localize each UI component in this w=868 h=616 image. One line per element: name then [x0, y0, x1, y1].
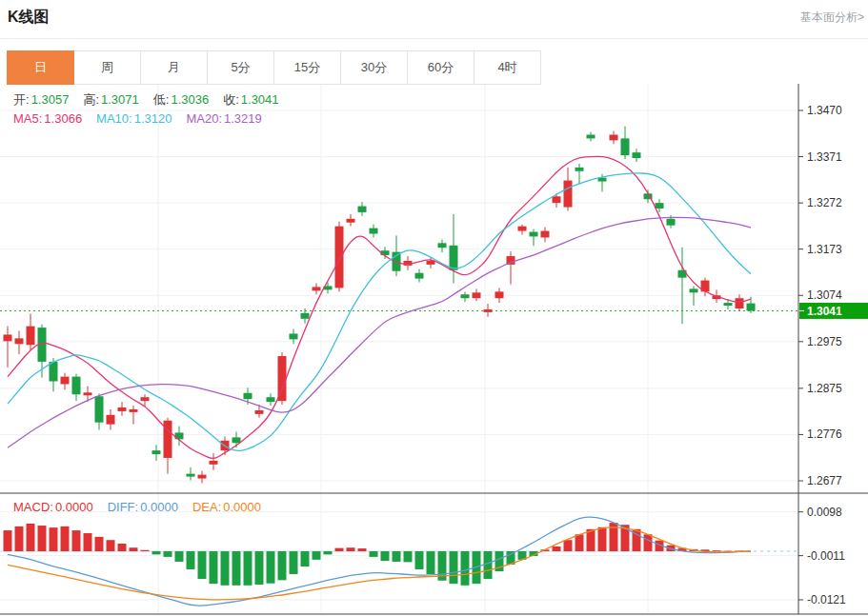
macd-tick-label: -0.0121: [807, 593, 846, 606]
candle: [152, 450, 161, 454]
legend-item: MA20:1.3219: [186, 111, 261, 126]
macd-bar: [72, 530, 81, 551]
tab-interval-周[interactable]: 周: [73, 50, 141, 85]
candle: [347, 219, 355, 223]
legend-item: 开:1.3057: [13, 92, 69, 107]
current-price-label: 1.3041: [807, 305, 842, 318]
macd-legend: MACD:0.0000DIFF:0.0000DEA:0.0000: [13, 500, 275, 514]
candle: [50, 362, 58, 382]
candle: [244, 393, 252, 399]
candle: [118, 407, 127, 411]
candle: [267, 397, 275, 402]
price-tick-label: 1.2677: [807, 474, 842, 487]
macd-bar: [324, 551, 333, 554]
candle: [15, 338, 24, 344]
legend-item: DIFF:0.0000: [108, 500, 178, 514]
legend-item: MACD:0.0000: [13, 500, 93, 514]
candle: [427, 261, 435, 265]
macd-bar: [95, 537, 104, 551]
candle: [530, 232, 538, 237]
macd-bar: [175, 551, 184, 562]
macd-bar: [267, 551, 275, 584]
candle: [575, 168, 584, 171]
macd-bar: [713, 550, 721, 551]
price-tick-label: 1.3074: [807, 288, 842, 302]
tab-interval-60分[interactable]: 60分: [407, 50, 474, 85]
ma-legend: MA5:1.3066MA10:1.3120MA20:1.3219: [13, 111, 276, 126]
macd-bar: [278, 551, 287, 580]
macd-bar: [575, 534, 584, 551]
macd-bar: [107, 540, 115, 551]
candle: [724, 303, 733, 306]
macd-bar: [313, 551, 321, 560]
legend-item: 高:1.3071: [83, 92, 138, 107]
macd-bar: [50, 527, 58, 551]
candle: [415, 273, 424, 279]
legend-item: DEA:0.0000: [192, 500, 261, 514]
tab-interval-月[interactable]: 月: [140, 50, 208, 85]
macd-bar: [198, 551, 207, 579]
macd-bar: [644, 534, 653, 551]
price-tick-label: 1.3470: [807, 104, 842, 117]
macd-bar: [130, 547, 138, 551]
macd-bar: [210, 551, 218, 584]
macd-tick-label: -0.0011: [807, 549, 845, 563]
macd-bar: [427, 551, 435, 574]
legend-item: MA10:1.3120: [96, 111, 172, 126]
candle: [518, 227, 527, 231]
candle: [587, 135, 595, 139]
macd-bar: [461, 551, 470, 586]
macd-bar: [598, 527, 607, 551]
macd-bar: [290, 551, 298, 574]
candle: [278, 356, 287, 401]
macd-bar: [370, 551, 378, 557]
macd-bar: [404, 551, 413, 562]
legend-item: MA5:1.3066: [13, 111, 82, 126]
candle: [553, 196, 561, 203]
candle: [255, 410, 264, 414]
candle: [358, 207, 367, 212]
candle: [232, 437, 241, 443]
candle: [667, 219, 676, 226]
price-tick-label: 1.3371: [807, 150, 842, 164]
candle: [656, 203, 664, 209]
macd-bar: [15, 527, 24, 551]
candle: [107, 415, 115, 425]
price-tick-label: 1.3173: [807, 243, 842, 256]
tab-interval-5分[interactable]: 5分: [207, 50, 274, 85]
macd-bar: [358, 548, 367, 551]
tab-interval-15分[interactable]: 15分: [273, 50, 341, 85]
candle: [335, 227, 344, 288]
candle: [95, 396, 104, 422]
tab-interval-日[interactable]: 日: [7, 50, 74, 85]
tab-interval-30分[interactable]: 30分: [340, 50, 408, 85]
tab-interval-4时[interactable]: 4时: [474, 50, 541, 85]
ma20-line: [8, 217, 751, 447]
candle: [690, 288, 698, 292]
price-tick-label: 1.2875: [807, 382, 842, 395]
candle: [313, 287, 321, 290]
macd-bar: [244, 551, 252, 586]
macd-bar: [27, 524, 35, 551]
candle: [610, 135, 618, 141]
candle: [175, 432, 184, 439]
candle: [736, 298, 744, 308]
macd-bar: [347, 547, 355, 551]
ma5-line: [8, 156, 751, 458]
macd-tick-label: 0.0098: [807, 506, 842, 519]
price-tick-label: 1.2776: [807, 427, 842, 441]
macd-bar: [450, 551, 458, 584]
candle: [290, 333, 298, 339]
candle: [747, 304, 756, 311]
candle: [187, 474, 195, 477]
macd-bar: [564, 540, 573, 551]
candle: [61, 377, 70, 385]
macd-bar: [152, 551, 161, 554]
macd-bar: [484, 551, 493, 579]
candle: [633, 152, 641, 158]
candle: [495, 291, 504, 298]
macd-bar: [118, 544, 127, 551]
macd-bar: [187, 551, 195, 569]
candle: [84, 392, 92, 395]
macd-bar: [255, 551, 264, 585]
